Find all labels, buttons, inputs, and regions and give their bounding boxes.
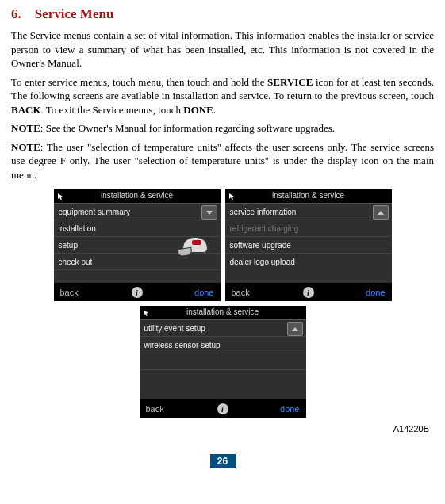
list-item[interactable]: dealer logo upload [225, 254, 392, 269]
section-title-text: Service Menu [35, 6, 114, 21]
list-item [140, 370, 306, 386]
paragraph-1: The Service menus contain a set of vital… [11, 29, 434, 71]
scroll-up-button[interactable] [287, 322, 303, 336]
device-screen-3: installation & serviceutility event setu… [140, 306, 306, 418]
service-cap-icon [178, 234, 209, 256]
done-button[interactable]: done [194, 288, 213, 297]
scroll-up-button[interactable] [373, 205, 389, 220]
list-item-label: dealer logo upload [230, 258, 295, 266]
list-item-label: equipment summary [59, 208, 131, 216]
section-heading: 6. Service Menu [11, 6, 434, 22]
screen-header-title: installation & service [140, 307, 306, 316]
list-item-label: service information [230, 208, 297, 216]
info-icon[interactable]: i [217, 403, 228, 414]
list-item-label: installation [59, 224, 96, 233]
back-button[interactable]: back [232, 288, 250, 297]
info-icon[interactable]: i [132, 287, 143, 298]
screen-list: equipment summaryinstallationsetupcheck … [54, 203, 221, 284]
list-item [140, 353, 306, 370]
list-item-label: wireless sensor setup [144, 341, 221, 349]
screen-footer: backidone [54, 284, 221, 301]
done-button[interactable]: done [366, 288, 385, 297]
list-item[interactable]: service information [225, 204, 392, 220]
chevron-down-icon [206, 211, 213, 215]
screen-list: service informationrefrigerant chargings… [225, 203, 392, 284]
screen-header-title: installation & service [54, 191, 221, 200]
list-item[interactable]: refrigerant charging [225, 220, 392, 237]
list-item-label: refrigerant charging [230, 224, 299, 233]
list-item[interactable]: equipment summary [54, 204, 221, 220]
list-item-label: software upgrade [230, 241, 291, 250]
screen-footer: backidone [225, 284, 392, 301]
list-item[interactable]: check out [54, 254, 221, 270]
device-screen-1: installation & serviceequipment summaryi… [54, 189, 221, 301]
list-item[interactable]: software upgrade [225, 237, 392, 254]
list-item-label: check out [59, 258, 93, 266]
note-1: NOTE: See the Owner's Manual for informa… [11, 121, 434, 136]
screen-header: installation & service [140, 306, 306, 319]
paragraph-2: To enter service menus, touch menu, then… [11, 75, 434, 117]
back-button[interactable]: back [146, 404, 164, 414]
note-2: NOTE: The user "selection of temperature… [11, 140, 434, 182]
screen-header: installation & service [54, 189, 221, 203]
screen-header-title: installation & service [225, 191, 392, 200]
page-number: 26 [210, 454, 236, 468]
list-item[interactable]: wireless sensor setup [140, 337, 306, 353]
back-button[interactable]: back [60, 288, 79, 297]
chevron-up-icon [292, 327, 298, 331]
screen-header: installation & service [225, 189, 392, 203]
figure-area: installation & serviceequipment summaryi… [11, 189, 434, 433]
list-item-label: setup [59, 241, 78, 250]
figure-caption: A14220B [11, 424, 429, 433]
screen-list: utility event setupwireless sensor setup [140, 319, 306, 400]
list-item[interactable]: utility event setup [140, 320, 306, 337]
scroll-down-button[interactable] [201, 205, 217, 220]
screen-footer: backidone [140, 400, 306, 418]
done-button[interactable]: done [280, 404, 299, 414]
chevron-up-icon [378, 211, 384, 215]
device-screen-2: installation & serviceservice informatio… [225, 189, 392, 301]
section-number: 6. [11, 6, 21, 21]
info-icon[interactable]: i [303, 287, 314, 298]
list-item-label: utility event setup [144, 324, 205, 333]
